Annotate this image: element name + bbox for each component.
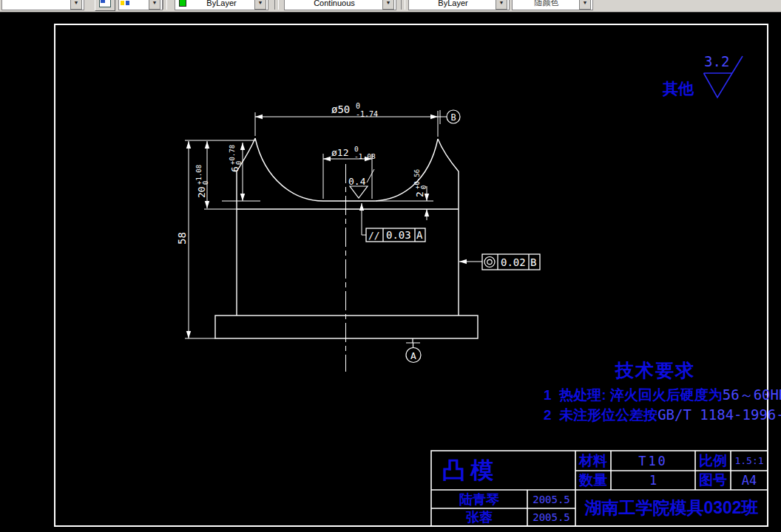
- dim-6-lower: 0: [235, 161, 243, 165]
- organization: 湖南工学院模具0302班: [575, 490, 768, 526]
- quantity-label: 数量: [575, 471, 611, 490]
- part-outline: [215, 138, 478, 338]
- dim-20-lower: 0: [202, 181, 209, 185]
- part-name: 凸模: [436, 452, 553, 488]
- designer-name: 陆青琴: [431, 490, 527, 508]
- checker-date: 2005.5: [527, 508, 575, 526]
- designer-date: 2005.5: [527, 490, 575, 508]
- material-label: 材料: [575, 451, 611, 471]
- concentricity-datum: B: [530, 256, 536, 268]
- tech-req-2-value: GB/T 1184-1996-H。: [657, 406, 781, 423]
- dim-58: 58: [176, 232, 188, 245]
- parallelism-datum: A: [416, 229, 423, 241]
- dim-20: 20: [196, 186, 207, 198]
- dim-2: 2: [414, 191, 425, 197]
- tech-requirements-title: 技术要求: [589, 358, 722, 383]
- dim-dia50: ø50: [331, 103, 350, 115]
- datum-b-symbol: B: [447, 110, 460, 123]
- tech-requirement-1: 1 热处理: 淬火回火后硬度为56～60HRC;: [544, 386, 781, 405]
- tech-req-1-value: 56～60HRC;: [723, 386, 781, 403]
- drawing-no-value: A4: [731, 471, 768, 490]
- parallelism-symbol: //: [368, 230, 380, 241]
- tech-req-2-number: 2: [544, 407, 552, 423]
- tech-req-2-text: 未注形位公差按: [559, 407, 657, 423]
- dim-dia50-upper: 0: [356, 102, 360, 110]
- tech-requirement-2: 2 未注形位公差按GB/T 1184-1996-H。: [544, 406, 781, 425]
- dim-dia50-lower: -1.74: [356, 110, 378, 118]
- tech-req-1-number: 1: [544, 387, 552, 403]
- quantity-value: 1: [611, 471, 695, 490]
- dim-roughness-04: 0.4: [348, 176, 366, 187]
- dim-dia12: ø12: [331, 147, 348, 158]
- concentricity-fcf: 0.02 B: [459, 254, 540, 270]
- concentricity-icon: [484, 257, 495, 267]
- datum-b-label: B: [450, 112, 456, 123]
- dim-2-lower: 0: [420, 185, 427, 189]
- drawing-no-label: 图号: [695, 471, 731, 490]
- scale-value: 1.5:1: [731, 451, 768, 471]
- material-value: T10: [611, 451, 695, 471]
- datum-a-symbol: A: [406, 338, 421, 363]
- roughness-scope-label: 其他: [663, 78, 694, 99]
- cad-application-window: ▼ ▼ ByLayer ▼ Continuous ▼: [0, 0, 781, 532]
- scale-label: 比例: [695, 451, 731, 471]
- tech-req-1-text: 热处理: 淬火回火后硬度为: [559, 387, 723, 403]
- concentricity-value: 0.02: [501, 256, 526, 268]
- roughness-triangle-icon: [350, 186, 368, 198]
- dimension-lines: [185, 110, 447, 338]
- concentricity-icon: [487, 259, 492, 264]
- parallelism-value: 0.03: [386, 229, 411, 241]
- checker-name: 张蓉: [431, 508, 527, 526]
- dim-6: 6: [229, 166, 240, 172]
- dim-dia12-lower: -1.08: [354, 152, 376, 160]
- dimension-texts: ø50 0 -1.74 ø12 0 -1.08 0.4 2 +0.56 0 6 …: [176, 102, 427, 245]
- roughness-value: 3.2: [704, 53, 729, 69]
- datum-a-label: A: [410, 350, 416, 361]
